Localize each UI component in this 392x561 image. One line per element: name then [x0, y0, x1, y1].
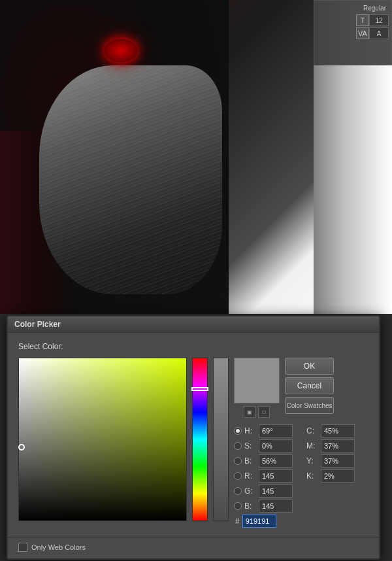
black-label: K: — [306, 471, 318, 481]
dialog-titlebar: Color Picker — [8, 316, 379, 333]
yellow-row: Y: — [306, 454, 368, 468]
dialog-content: Select Color: ▣ — [8, 333, 379, 537]
green-label: G: — [244, 486, 256, 496]
blue-input[interactable] — [259, 500, 293, 513]
magenta-label: M: — [306, 441, 318, 450]
blue-radio[interactable] — [234, 502, 242, 510]
right-panel: ▣ □ OK Cancel Color Swatches — [234, 358, 368, 528]
picker-main-row: ▣ □ OK Cancel Color Swatches — [18, 358, 368, 528]
color-preview-area: ▣ □ — [234, 358, 280, 418]
sat-radio[interactable] — [234, 442, 242, 450]
cyan-label: C: — [306, 426, 318, 435]
hue-label: H: — [244, 426, 256, 435]
red-label: R: — [244, 471, 256, 481]
preview-and-buttons: ▣ □ OK Cancel Color Swatches — [234, 358, 368, 418]
sat-row: S: — [234, 439, 296, 452]
brightness-radio[interactable] — [234, 457, 242, 465]
green-radio[interactable] — [234, 487, 242, 495]
sat-input[interactable] — [259, 439, 293, 452]
sat-label: S: — [244, 441, 256, 450]
hex-hash: # — [235, 517, 240, 526]
alpha-slider[interactable] — [213, 358, 229, 521]
only-web-colors-label: Only Web Colors — [31, 543, 86, 551]
green-input[interactable] — [259, 484, 293, 498]
red-radio[interactable] — [234, 472, 242, 480]
tracking-spinner[interactable]: A — [369, 27, 389, 39]
swatch-icon: □ — [258, 406, 270, 418]
brightness-row: B: — [234, 454, 296, 468]
dialog-buttons: OK Cancel Color Swatches — [285, 358, 334, 414]
hue-radio[interactable] — [234, 427, 242, 435]
hex-row: # — [234, 515, 296, 528]
hue-row: H: — [234, 424, 296, 437]
red-row: R: — [234, 469, 296, 483]
cube-icon: ▣ — [244, 406, 255, 418]
ok-button[interactable]: OK — [285, 358, 334, 375]
hue-cursor — [191, 387, 208, 391]
art-red-eye — [105, 39, 137, 62]
hue-slider[interactable] — [192, 358, 208, 521]
hex-input[interactable] — [242, 515, 276, 528]
yellow-input[interactable] — [321, 454, 355, 468]
color-swatches-button[interactable]: Color Swatches — [285, 397, 334, 414]
blue-row: B: — [234, 500, 296, 513]
green-row: G: — [234, 484, 296, 498]
magenta-input[interactable] — [321, 439, 355, 452]
toolbar-panel: Regular T 12 VA A — [314, 0, 392, 65]
color-values-grid: H: C: S: M: — [234, 424, 368, 528]
toolbar-row-1: T 12 — [317, 14, 389, 26]
color-picker-dialog: Color Picker Select Color: — [7, 315, 380, 560]
brightness-input[interactable] — [259, 454, 293, 468]
red-input[interactable] — [259, 469, 293, 483]
text-tool-icon[interactable]: T — [356, 14, 369, 26]
color-preview — [234, 358, 280, 403]
yellow-label: Y: — [306, 456, 318, 466]
saturation-lightness-picker[interactable] — [18, 358, 187, 521]
cyan-row: C: — [306, 424, 368, 437]
art-feathers — [39, 65, 222, 294]
blue-label: B: — [244, 502, 256, 511]
preview-icons: ▣ □ — [244, 406, 270, 418]
font-size-spinner[interactable]: 12 — [369, 14, 389, 26]
cancel-button[interactable]: Cancel — [285, 377, 334, 394]
toolbar-row-2: VA A — [317, 27, 389, 39]
sl-gradient — [19, 358, 186, 520]
tracking-icon[interactable]: VA — [356, 27, 369, 39]
black-row: K: — [306, 469, 368, 483]
black-input[interactable] — [321, 469, 355, 483]
hue-input[interactable] — [259, 424, 293, 437]
cyan-input[interactable] — [321, 424, 355, 437]
dialog-bottom: Only Web Colors — [8, 537, 379, 558]
select-color-label: Select Color: — [18, 342, 368, 351]
brightness-label: B: — [244, 456, 256, 466]
dialog-title: Color Picker — [14, 320, 61, 329]
toolbar-regular-label: Regular — [317, 3, 389, 13]
magenta-row: M: — [306, 439, 368, 452]
only-web-colors-checkbox[interactable] — [18, 543, 27, 552]
